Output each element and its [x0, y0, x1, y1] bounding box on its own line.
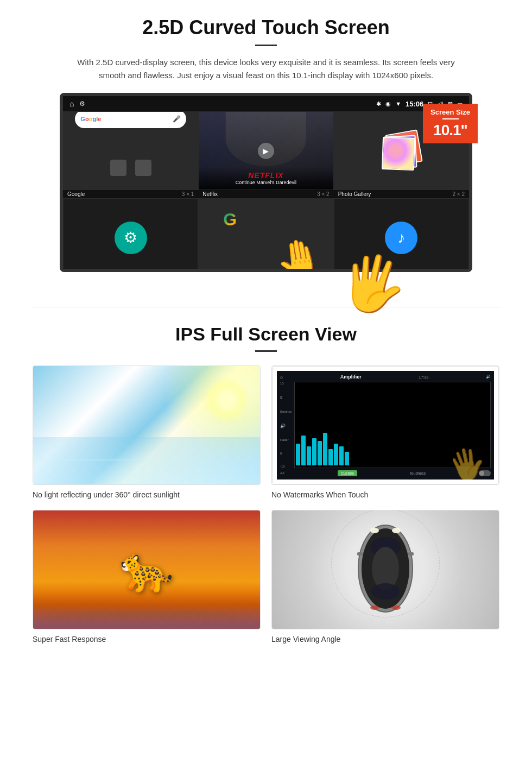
cheetah-image: 🐆 [33, 510, 261, 629]
eq-bar-3 [312, 438, 316, 465]
eq-bar-0 [296, 444, 300, 465]
netflix-logo: NETFLIX [203, 171, 328, 180]
car-label: Large Viewing Angle [271, 635, 499, 644]
netflix-subtitle: Continue Marvel's Daredevil [203, 180, 328, 185]
feature-cheetah: 🐆 Super Fast Response [33, 510, 261, 644]
device-mockup: Screen Size 10.1" ⌂ ⚙ ✱ ◉ ▼ 15:06 ⊡ ◁) ⊠… [60, 93, 472, 272]
photo-stack [379, 129, 423, 173]
feature-sunlight: No light reflecting under 360° direct su… [33, 365, 261, 499]
section2-divider [255, 350, 277, 352]
feature-car: Large Viewing Angle [271, 510, 499, 644]
eq-bar-7 [334, 444, 338, 465]
app-cell-share[interactable]: G 🤚 [198, 198, 333, 272]
amp-y-labels: 10 ≡ Balance 🔊 Fader 0 -10 [280, 382, 292, 468]
app-labels-row1: Google 3 × 1 Netflix 3 × 2 Photo Gallery… [63, 190, 469, 198]
section1-divider [255, 45, 277, 46]
app-cell-google[interactable]: Google 🎤 [63, 111, 198, 190]
cheetah-icon: 🐆 [119, 544, 174, 595]
gallery-size: 2 × 2 [452, 191, 465, 197]
section2-title: IPS Full Screen View [33, 324, 499, 345]
app-label-netflix: Netflix 3 × 2 [198, 190, 333, 198]
viewing-arc [331, 510, 440, 617]
cheetah-label: Super Fast Response [33, 635, 261, 644]
netflix-overlay: NETFLIX Continue Marvel's Daredevil [199, 167, 333, 190]
bluetooth-icon: ✱ [376, 100, 381, 108]
eq-bar-9 [345, 452, 349, 465]
eq-bar-4 [318, 441, 322, 465]
badge-title: Screen Size [430, 108, 470, 116]
app-cell-netflix[interactable]: ▶ NETFLIX Continue Marvel's Daredevil [198, 111, 333, 190]
light-streak [56, 459, 147, 460]
location-icon: ◉ [385, 100, 391, 108]
ground-dust [33, 594, 260, 629]
section1-title: 2.5D Curved Touch Screen [33, 16, 499, 39]
sky-blue [33, 437, 260, 484]
car-image [271, 510, 499, 629]
app-cell-sound[interactable]: ♪ [334, 198, 469, 272]
eq-bar-6 [328, 449, 333, 465]
eq-bar-8 [339, 446, 344, 465]
watermark-label: No Watermarks When Touch [271, 490, 499, 499]
section-divider-line [33, 307, 499, 307]
amp-screen: ⌂ Amplifier 17:33 🔊 10 ≡ Balance 🔊 [277, 371, 494, 480]
sun-orb [205, 378, 249, 421]
app-label-gallery: Photo Gallery 2 × 2 [334, 190, 469, 198]
loudness-label: loudness [410, 471, 426, 475]
play-button[interactable]: ▶ [258, 143, 274, 159]
eq-bar-1 [301, 436, 306, 465]
netflix-size: 3 × 2 [317, 191, 330, 197]
netflix-label: Netflix [202, 191, 218, 197]
settings-icon: ⚙ [115, 222, 147, 254]
car-container [353, 520, 418, 620]
cheetah-bg: 🐆 [33, 510, 260, 629]
sunlight-label: No light reflecting under 360° direct su… [33, 490, 261, 499]
gallery-label: Photo Gallery [338, 191, 371, 197]
photo-card-3 [382, 136, 415, 170]
amp-title: Amplifier [340, 374, 362, 380]
custom-btn[interactable]: Custom [338, 470, 357, 476]
google-label: Google [67, 191, 85, 197]
status-bar: ⌂ ⚙ ✱ ◉ ▼ 15:06 ⊡ ◁) ⊠ ▭ [63, 96, 469, 111]
sunlight-image [33, 365, 261, 485]
amplifier-image: ⌂ Amplifier 17:33 🔊 10 ≡ Balance 🔊 [271, 365, 499, 485]
usb-icon: ⚙ [79, 100, 85, 108]
badge-divider [442, 118, 459, 119]
google-size: 3 × 1 [182, 191, 194, 197]
status-time: 15:06 [406, 100, 423, 108]
section-curved-screen: 2.5D Curved Touch Screen With 2.5D curve… [0, 0, 532, 285]
screen-size-badge: Screen Size 10.1" [423, 104, 478, 143]
wifi-icon: ▼ [395, 100, 401, 107]
eq-bar-5 [323, 433, 327, 465]
google-search-bar[interactable]: Google 🎤 [75, 111, 186, 128]
home-icon: ⌂ [69, 99, 74, 108]
section1-desc: With 2.5D curved-display screen, this de… [76, 56, 456, 82]
device-screen: ⌂ ⚙ ✱ ◉ ▼ 15:06 ⊡ ◁) ⊠ ▭ [60, 93, 472, 272]
feature-grid: No light reflecting under 360° direct su… [33, 365, 499, 644]
section-ips-screen: IPS Full Screen View No light reflecting… [0, 324, 532, 665]
car-bg [272, 510, 499, 629]
badge-size: 10.1" [430, 122, 470, 139]
amp-screen-wrap: ⌂ Amplifier 17:33 🔊 10 ≡ Balance 🔊 [272, 366, 499, 484]
sunlight-bg [33, 366, 260, 484]
eq-bar-2 [307, 446, 311, 465]
amp-header: ⌂ Amplifier 17:33 🔊 [280, 374, 491, 380]
amp-time: 17:33 [419, 375, 429, 379]
flower-art [383, 138, 414, 169]
app-grid-top: Google 🎤 [63, 111, 469, 190]
sound-icon: ♪ [385, 222, 417, 254]
feature-watermark: ⌂ Amplifier 17:33 🔊 10 ≡ Balance 🔊 [271, 365, 499, 499]
app-grid-bottom: ⚙ G 🤚 ♪ [63, 198, 469, 272]
app-label-google: Google 3 × 1 [63, 190, 198, 198]
app-cell-settings[interactable]: ⚙ [63, 198, 198, 272]
